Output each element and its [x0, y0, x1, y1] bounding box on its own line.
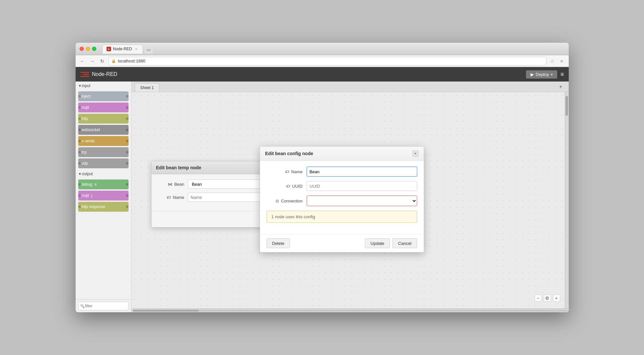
config-dialog-close-button[interactable]: ×: [413, 151, 418, 156]
tab-title: Node-RED: [113, 47, 132, 51]
edit-bean-config-dialog: Edit bean config node × 🏷 Name: [260, 146, 424, 252]
config-name-input[interactable]: [307, 167, 417, 177]
app-header: Node-RED ▶ Deploy ▾ ≡: [76, 67, 569, 82]
mqtt-in-label: mqtt: [82, 105, 89, 110]
mqtt-out-icon: ): [91, 193, 92, 198]
back-button[interactable]: ←: [79, 58, 86, 65]
config-uuid-icon: 🏷: [286, 184, 290, 189]
config-name-icon: 🏷: [285, 169, 289, 174]
canvas-settings-button[interactable]: ⚙: [544, 295, 551, 302]
lock-icon: 🔒: [111, 59, 116, 63]
sidebar-filter: 🔍: [76, 299, 131, 312]
config-info-box: 1 node uses this config: [267, 211, 417, 223]
config-uuid-label-text: UUID: [292, 184, 303, 189]
output-section-label: ▾ output: [79, 172, 93, 176]
sidebar-input-section: ▾ input: [76, 82, 131, 90]
sidebar-item-tcp[interactable]: tcp: [78, 147, 129, 157]
url-input-wrapper[interactable]: 🔒 localhost:1880: [108, 57, 546, 65]
sidebar-item-http-response[interactable]: http response: [78, 202, 129, 212]
config-connection-select[interactable]: [307, 196, 417, 206]
bean-icon: ⋈: [168, 182, 172, 187]
serial-icon: ≡: [82, 139, 84, 143]
tab-favicon-icon: ●: [107, 47, 111, 51]
config-connection-icon: ⊙: [275, 199, 279, 203]
config-name-row: 🏷 Name: [267, 167, 417, 177]
app-header-right: ▶ Deploy ▾ ≡: [526, 70, 564, 79]
filter-input[interactable]: [78, 302, 129, 310]
config-dialog-header: Edit bean config node ×: [260, 147, 424, 161]
traffic-lights: [80, 47, 96, 51]
config-uuid-input[interactable]: [307, 181, 417, 191]
tab-close-icon[interactable]: ×: [134, 47, 139, 51]
deploy-icon: ▶: [531, 72, 534, 77]
app-menu-icon[interactable]: ≡: [561, 71, 564, 78]
sidebar-item-http[interactable]: http: [78, 114, 129, 124]
sidebar-item-udp[interactable]: udp: [78, 158, 129, 168]
sidebar-item-inject[interactable]: inject: [78, 91, 129, 101]
udp-label: udp: [82, 161, 88, 166]
app-body: ▾ input inject mqtt http websocket ≡ ser…: [76, 82, 569, 312]
minimize-button[interactable]: [86, 47, 90, 51]
canvas-container: Edit bean temp node × ⋈ Bean: [131, 92, 569, 308]
tcp-label: tcp: [82, 150, 87, 154]
output-node-list: debug ≡ mqtt ) http response: [76, 178, 131, 213]
mqtt-out-label: mqtt: [82, 193, 89, 198]
sidebar: ▾ input inject mqtt http websocket ≡ ser…: [76, 82, 131, 312]
maximize-button[interactable]: [92, 47, 96, 51]
hscroll-thumb[interactable]: [133, 310, 199, 312]
config-name-label: 🏷 Name: [267, 169, 303, 174]
bean-field-label: ⋈ Bean: [158, 182, 184, 187]
vscroll-thumb[interactable]: [565, 96, 568, 116]
sidebar-item-websocket[interactable]: websocket: [78, 125, 129, 135]
serial-label: serial: [85, 139, 95, 143]
config-connection-label: ⊙ Connection: [267, 199, 303, 203]
canvas[interactable]: Edit bean temp node × ⋈ Bean: [131, 92, 565, 308]
http-label: http: [82, 116, 88, 121]
canvas-vscroll[interactable]: [565, 92, 569, 308]
hscroll-track: [133, 310, 567, 312]
close-button[interactable]: [80, 47, 84, 51]
browser-tab[interactable]: ● Node-RED ×: [102, 44, 143, 54]
reload-button[interactable]: ↻: [99, 58, 106, 65]
sidebar-item-serial[interactable]: ≡ serial: [78, 136, 129, 146]
app-logo: Node-RED: [80, 71, 117, 77]
mac-window: ● Node-RED × ▭ ← → ↻ 🔒 localhost:1880 ☆ …: [76, 43, 569, 312]
name-label-icon: 🏷: [167, 195, 171, 200]
update-button[interactable]: Update: [365, 238, 390, 248]
debug-bars-icon: ≡: [94, 182, 97, 187]
title-bar: ● Node-RED × ▭: [76, 43, 569, 55]
url-actions: ☆ ≡: [549, 58, 565, 65]
config-connection-row: ⊙ Connection: [267, 196, 417, 206]
forward-button[interactable]: →: [89, 58, 96, 65]
tab-bar: ● Node-RED × ▭: [99, 44, 565, 54]
config-info-text: 1 node uses this config: [272, 214, 315, 219]
config-name-label-text: Name: [291, 169, 303, 174]
browser-menu-icon[interactable]: ≡: [558, 58, 565, 65]
name-field-label: 🏷 Name: [158, 195, 184, 200]
deploy-label: Deploy: [536, 72, 549, 77]
deploy-button[interactable]: ▶ Deploy ▾: [526, 70, 557, 79]
star-icon[interactable]: ☆: [549, 58, 556, 65]
input-node-list: inject mqtt http websocket ≡ serial tcp: [76, 90, 131, 170]
sidebar-item-mqtt-out[interactable]: mqtt ): [78, 191, 129, 201]
sidebar-item-mqtt-in[interactable]: mqtt: [78, 103, 129, 112]
config-dialog-title: Edit bean config node: [265, 151, 313, 156]
sidebar-item-debug[interactable]: debug ≡: [78, 179, 129, 189]
sheet-1-tab[interactable]: Sheet 1: [135, 83, 159, 92]
delete-button[interactable]: Delete: [267, 238, 290, 248]
config-cancel-button[interactable]: Cancel: [393, 238, 417, 248]
bean-label-text: Bean: [174, 182, 184, 187]
canvas-area: Sheet 1 + Edit bean temp node ×: [131, 82, 569, 312]
zoom-in-button[interactable]: +: [553, 295, 560, 302]
dialog-temp-title: Edit bean temp node: [156, 165, 202, 170]
sheet-1-label: Sheet 1: [140, 85, 154, 90]
add-sheet-button[interactable]: +: [558, 83, 564, 90]
config-connection-label-text: Connection: [281, 199, 303, 203]
input-section-label: ▾ input: [79, 83, 90, 88]
zoom-out-button[interactable]: −: [535, 295, 542, 302]
canvas-hscroll[interactable]: [131, 308, 569, 312]
config-dialog-footer: Delete Update Cancel: [260, 234, 424, 252]
new-tab-button[interactable]: ▭: [144, 46, 153, 54]
url-bar: ← → ↻ 🔒 localhost:1880 ☆ ≡: [76, 55, 569, 67]
app-title: Node-RED: [92, 71, 117, 77]
